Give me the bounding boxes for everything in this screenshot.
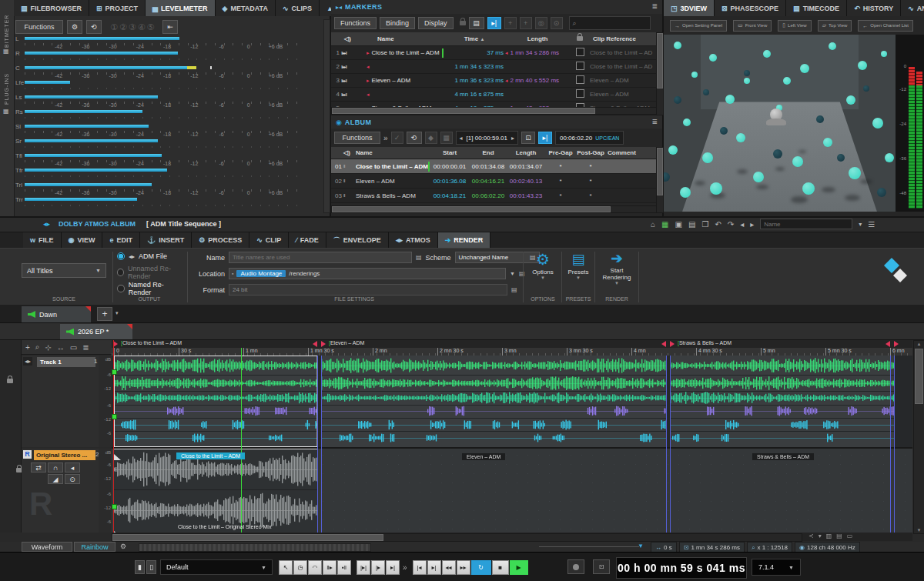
album-row-02[interactable]: 02 ‖ Eleven – ADM 00:01:36.08 00:04:16.2… (331, 174, 656, 189)
audio-object-sphere[interactable] (849, 167, 861, 179)
view-tab-waveform[interactable]: Waveform (22, 542, 72, 552)
audio-object-sphere[interactable] (823, 138, 832, 147)
front-view-button[interactable]: ▭Front View (733, 20, 772, 32)
filter-menu-icon[interactable]: ☰ (868, 220, 875, 229)
panel-scrollbar[interactable] (323, 19, 330, 213)
audio-object-sphere[interactable] (709, 54, 717, 62)
panel-menu-icon[interactable]: ≣ (651, 2, 658, 10)
album-row-03[interactable]: 03 ‖ Straws & Bells – ADM 00:04:18.21 00… (331, 189, 656, 203)
marker-flag-row[interactable]: [Close to the Limit – ADM[Eleven – ADM[S… (112, 340, 912, 348)
audio-object-sphere[interactable] (829, 42, 836, 50)
montage-grid-icon[interactable]: ▦ (661, 220, 668, 229)
zoom-slider-handle[interactable]: ▼ (638, 543, 644, 549)
redo-icon[interactable]: ↷ (728, 220, 734, 229)
levelmeter-functions-button[interactable]: Functions (15, 20, 63, 34)
ribbon-tab-clip[interactable]: ∿CLIP (249, 232, 289, 248)
tab-filebrowser[interactable]: ▤FILEBROWSER (14, 0, 89, 16)
transport-preset-dropdown[interactable]: Default ▼ (160, 559, 273, 575)
disabled-check-button[interactable]: ✓ (391, 132, 403, 144)
undo-icon[interactable]: ↶ (715, 220, 721, 229)
view-tab-rainbow[interactable]: Rainbow (74, 542, 116, 552)
source-titles-dropdown[interactable]: All Titles ▼ (22, 263, 106, 278)
audio-object-sphere[interactable] (858, 61, 867, 70)
markers-display-button[interactable]: Display (418, 17, 454, 29)
meter-slot-5-button[interactable]: ⑤ (147, 22, 155, 32)
ribbon-tab-edit[interactable]: eEDIT (102, 232, 140, 248)
audio-object-sphere[interactable] (736, 133, 745, 142)
transport-mini-button[interactable]: ▯ (146, 560, 156, 574)
options-button[interactable]: ⚙ Options ▼ (525, 250, 561, 295)
marker-label[interactable]: [Eleven – ADM (329, 340, 364, 346)
output-option-named-re-render[interactable]: Named Re-Render (117, 283, 185, 294)
tab-dawn[interactable]: Dawn (22, 306, 91, 322)
audio-object-sphere-dark[interactable] (744, 70, 750, 76)
audio-object-sphere[interactable] (725, 95, 735, 104)
audio-object-sphere[interactable] (674, 42, 681, 49)
marker-flag[interactable] (670, 341, 675, 347)
disabled-marker-button[interactable]: + (504, 17, 517, 29)
folder-icon[interactable]: ▤ (519, 270, 525, 277)
tab-analysis[interactable]: ∿ANALYSIS (901, 0, 924, 16)
disabled-marker-button[interactable]: ⊙ (551, 17, 563, 29)
marker-row-3[interactable]: 3 ‖▸▸‖ ▸Eleven – ADM 1 mn 36 s 323 ms ◂2… (331, 74, 656, 88)
audio-object-sphere[interactable] (885, 153, 894, 162)
tab-3dview[interactable]: ◳3DVIEW (664, 0, 715, 16)
home-icon[interactable]: ⌂ (651, 220, 655, 229)
resize-tool-icon[interactable]: ↔ (57, 343, 65, 352)
bitmeter-strip-label[interactable]: BITMETER (4, 3, 9, 48)
record-button[interactable] (567, 559, 584, 574)
prev-track-icon[interactable]: ◂ (460, 135, 463, 142)
audio-object-sphere-dark[interactable] (863, 85, 869, 92)
panel-menu-icon[interactable]: ≣ (651, 118, 658, 125)
view-wide-icon[interactable]: ▭ (847, 533, 853, 539)
renumber-button[interactable]: ⟲ (407, 132, 422, 144)
render-name-input[interactable] (229, 252, 412, 263)
forward-button[interactable]: ▸▸ (457, 560, 470, 575)
marker-flag[interactable] (321, 341, 326, 347)
track1-name[interactable]: Track 1 (37, 357, 95, 367)
audio-object-sphere[interactable] (668, 145, 678, 155)
play-button[interactable]: ▶ (510, 560, 528, 575)
gear-icon[interactable]: ⚙ (120, 543, 126, 550)
marker-flag[interactable] (313, 341, 317, 347)
routing-button[interactable]: ⇄ (31, 462, 46, 472)
name-search-input[interactable] (760, 219, 852, 229)
output-option-adm-file[interactable]: ◂▸ADM File (117, 251, 167, 262)
presets-button[interactable]: ▤ Presets ▼ (563, 250, 594, 295)
audio-object-sphere[interactable] (881, 51, 887, 57)
disabled-button[interactable]: ▦ (440, 132, 453, 144)
nav-forward-icon[interactable]: ▸ (750, 220, 754, 229)
ribbon-tab-process[interactable]: ⚙PROCESS (192, 232, 249, 248)
markers-binding-button[interactable]: Binding (380, 17, 415, 29)
plugins-strip-label[interactable]: PLUG-INS (4, 58, 9, 105)
tab-levelmeter[interactable]: ▅LEVELMETER (146, 0, 215, 16)
monitor-button[interactable]: ∩ (48, 462, 63, 472)
album-hscrollbar[interactable] (331, 205, 658, 213)
marker-jump-button[interactable]: ↖ (279, 560, 293, 575)
settings-gear-button[interactable]: ⚙ (67, 20, 82, 34)
track1-lock-icon[interactable] (7, 379, 13, 383)
upc-ean-button[interactable]: UPC/EAN (595, 135, 619, 141)
top-view-button[interactable]: ▱Top View (818, 20, 852, 32)
view-rows-icon[interactable]: ▤ (836, 533, 842, 539)
markers-hscrollbar[interactable] (331, 107, 658, 115)
open-file-icon[interactable]: ▤ (688, 220, 695, 229)
audio-object-sphere[interactable] (783, 77, 791, 85)
play-from-cursor-button[interactable]: |▸ (371, 560, 385, 575)
audio-object-sphere[interactable] (710, 182, 722, 195)
audio-object-sphere-dark[interactable] (664, 172, 670, 182)
tab-phasescope[interactable]: ⊠PHASESCOPE (715, 0, 786, 16)
next-track-icon[interactable]: ▸ (511, 135, 514, 142)
tab-project[interactable]: ⊞PROJECT (89, 0, 146, 16)
audio-object-sphere[interactable] (846, 95, 855, 105)
start-rendering-button[interactable]: ➔ Start Rendering ▼ (596, 250, 638, 295)
location-chip[interactable]: Audio Montage (236, 270, 286, 277)
overview-strip[interactable] (139, 543, 371, 552)
audio-object-sphere[interactable] (872, 118, 883, 129)
marker-label[interactable]: [Straws & Bells – ADM (678, 340, 732, 346)
pre-roll-button[interactable]: ◠ (308, 560, 322, 575)
disabled-marker-button[interactable]: + (520, 17, 532, 29)
marker-flag[interactable] (894, 341, 899, 347)
chevron-down-icon[interactable]: ▾ (819, 533, 822, 539)
location-field[interactable]: ▪ Audio Montage /renderings (229, 268, 506, 279)
